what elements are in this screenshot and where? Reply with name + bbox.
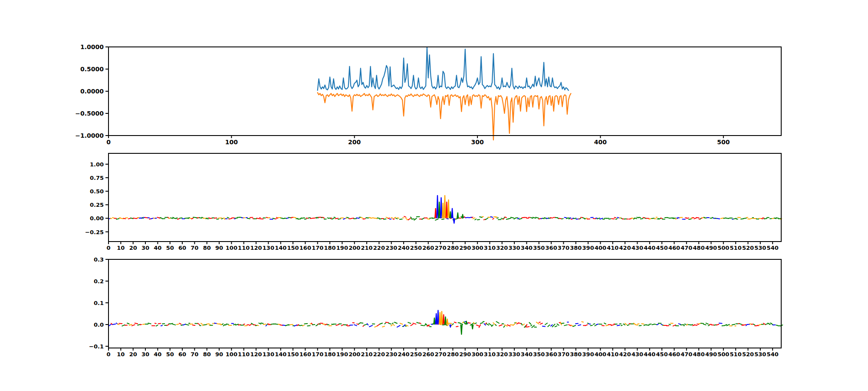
x-tick-label: 460 xyxy=(668,245,680,251)
noise-mark xyxy=(421,325,424,326)
noise-mark xyxy=(600,218,603,219)
noise-mark xyxy=(557,324,559,325)
base-spike-A xyxy=(462,215,464,219)
noise-mark xyxy=(129,325,132,325)
noise-mark xyxy=(533,217,536,218)
noise-mark xyxy=(393,219,395,219)
noise-mark xyxy=(583,218,585,219)
x-tick-label: 130 xyxy=(263,245,274,251)
noise-mark xyxy=(193,217,196,218)
x-tick-label: 290 xyxy=(459,245,471,251)
noise-mark xyxy=(286,325,289,326)
noise-mark xyxy=(776,325,777,325)
noise-mark xyxy=(595,325,596,326)
noise-mark xyxy=(509,218,511,219)
noise-mark xyxy=(356,218,359,219)
x-tick-label: 370 xyxy=(558,245,569,251)
x-tick-label: 170 xyxy=(312,351,323,357)
noise-mark xyxy=(741,219,743,219)
noise-mark xyxy=(122,325,125,326)
x-tick-label: 410 xyxy=(607,351,618,357)
noise-mark xyxy=(316,325,318,326)
noise-mark xyxy=(229,219,232,219)
x-tick-label: 510 xyxy=(730,351,742,357)
x-tick-label: 280 xyxy=(447,351,459,357)
noise-mark xyxy=(518,218,519,219)
noise-mark xyxy=(281,218,283,219)
noise-mark xyxy=(319,324,320,325)
x-tick-label: 190 xyxy=(336,351,348,357)
noise-mark xyxy=(545,323,547,325)
x-tick-label: 40 xyxy=(154,351,161,357)
noise-mark xyxy=(688,325,691,325)
x-tick-label: 70 xyxy=(191,351,198,357)
x-tick-label: 360 xyxy=(546,245,557,251)
x-tick-label: 250 xyxy=(410,245,422,251)
noise-mark xyxy=(582,321,583,322)
noise-mark xyxy=(606,325,608,326)
x-tick-label: 180 xyxy=(324,351,335,357)
x-tick-label: 320 xyxy=(496,245,508,251)
x-tick-label: 320 xyxy=(496,351,508,357)
x-tick-label: 50 xyxy=(166,245,174,251)
negative-trace-line xyxy=(318,93,571,140)
noise-mark xyxy=(559,218,562,219)
noise-mark xyxy=(427,219,430,219)
noise-mark xyxy=(468,323,470,323)
noise-mark xyxy=(369,217,371,218)
noise-mark xyxy=(263,324,266,325)
noise-mark xyxy=(725,325,727,325)
noise-mark xyxy=(217,324,220,324)
x-tick-label: 50 xyxy=(166,351,174,357)
x-tick-label: 540 xyxy=(767,245,779,251)
noise-mark xyxy=(750,324,751,324)
noise-mark xyxy=(171,218,173,219)
noise-mark xyxy=(120,218,123,219)
noise-mark xyxy=(430,218,433,219)
noise-mark xyxy=(569,219,570,219)
noise-mark xyxy=(722,325,725,326)
noise-mark xyxy=(627,219,628,219)
noise-mark xyxy=(377,324,380,326)
noise-mark xyxy=(639,217,641,218)
noise-mark xyxy=(672,218,674,218)
x-tick-label: 300 xyxy=(472,351,483,357)
x-tick-label: 350 xyxy=(533,245,545,251)
noise-mark xyxy=(694,325,697,325)
noise-mark xyxy=(501,218,503,219)
noise-mark xyxy=(764,219,767,219)
noise-mark xyxy=(518,323,521,324)
noise-mark xyxy=(493,219,493,219)
noise-mark xyxy=(542,219,544,219)
noise-mark xyxy=(513,324,515,325)
x-tick-label: 110 xyxy=(238,351,250,357)
noise-mark xyxy=(555,326,557,327)
noise-mark xyxy=(395,322,397,323)
noise-mark xyxy=(552,324,555,327)
noise-mark xyxy=(527,327,529,327)
x-tick-label: 70 xyxy=(191,245,198,251)
noise-mark xyxy=(611,325,614,325)
bottom-contribution-chart-axes: 0102030405060708090100110120130140150160… xyxy=(108,259,781,348)
noise-mark xyxy=(657,324,658,325)
x-tick-label: 450 xyxy=(656,245,668,251)
spike-layer xyxy=(435,196,464,223)
base-spike-A xyxy=(472,325,473,329)
noise-mark xyxy=(652,218,654,219)
noise-mark xyxy=(332,218,334,219)
x-tick-label: 390 xyxy=(582,351,594,357)
x-tick-label: 280 xyxy=(447,245,459,251)
x-tick-label: 80 xyxy=(203,351,211,357)
noise-mark xyxy=(140,325,141,325)
noise-mark xyxy=(110,218,112,219)
x-tick-label: 160 xyxy=(299,351,311,357)
noise-mark xyxy=(519,219,522,219)
noise-mark xyxy=(639,325,641,326)
noise-mark xyxy=(151,218,153,219)
base-spike-G xyxy=(442,203,444,219)
x-tick-label: 80 xyxy=(203,245,211,251)
noise-mark xyxy=(388,218,390,219)
noise-mark xyxy=(472,217,473,218)
noise-mark xyxy=(503,219,504,219)
noise-mark xyxy=(173,324,175,325)
